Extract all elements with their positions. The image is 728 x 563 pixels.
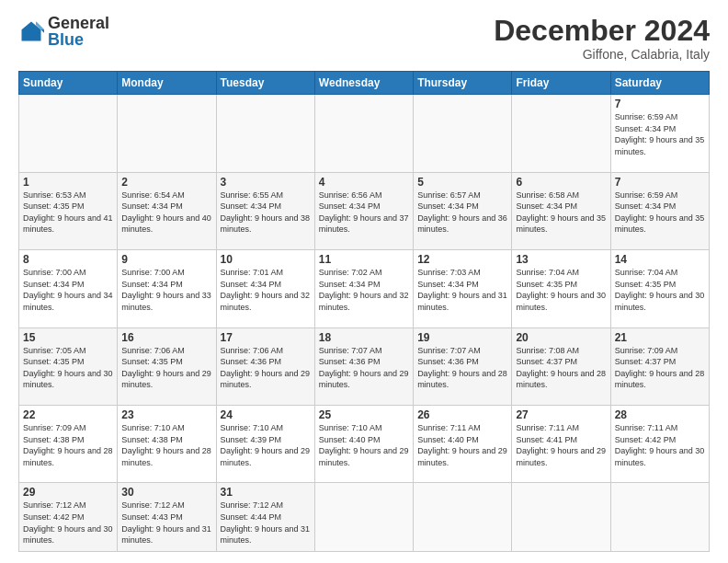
day-info: Sunrise: 6:57 AM Sunset: 4:34 PM Dayligh… xyxy=(417,190,507,236)
day-number: 20 xyxy=(516,331,606,344)
day-info: Sunrise: 7:07 AM Sunset: 4:36 PM Dayligh… xyxy=(417,345,507,391)
calendar-cell xyxy=(512,95,610,172)
day-info: Sunrise: 7:03 AM Sunset: 4:34 PM Dayligh… xyxy=(417,267,507,313)
day-number: 18 xyxy=(319,331,409,344)
header-thursday: Thursday xyxy=(414,72,512,95)
day-info: Sunrise: 7:04 AM Sunset: 4:35 PM Dayligh… xyxy=(615,267,705,313)
calendar: SundayMondayTuesdayWednesdayThursdayFrid… xyxy=(18,71,710,552)
day-number: 24 xyxy=(221,408,311,421)
day-number: 17 xyxy=(221,331,311,344)
day-number: 16 xyxy=(121,331,211,344)
calendar-cell: 6 Sunrise: 6:58 AM Sunset: 4:34 PM Dayli… xyxy=(512,172,610,249)
day-info: Sunrise: 7:06 AM Sunset: 4:35 PM Dayligh… xyxy=(121,345,211,391)
logo-text: General Blue xyxy=(48,15,109,48)
day-info: Sunrise: 7:09 AM Sunset: 4:38 PM Dayligh… xyxy=(23,422,113,468)
calendar-cell: 20 Sunrise: 7:08 AM Sunset: 4:37 PM Dayl… xyxy=(512,327,610,405)
calendar-week-1: 1 Sunrise: 6:53 AM Sunset: 4:35 PM Dayli… xyxy=(19,172,710,249)
calendar-cell: 21 Sunrise: 7:09 AM Sunset: 4:37 PM Dayl… xyxy=(610,327,709,405)
calendar-cell: 13 Sunrise: 7:04 AM Sunset: 4:35 PM Dayl… xyxy=(512,250,610,327)
day-number: 4 xyxy=(319,176,409,189)
day-info: Sunrise: 7:02 AM Sunset: 4:34 PM Dayligh… xyxy=(319,267,409,313)
day-info: Sunrise: 6:54 AM Sunset: 4:34 PM Dayligh… xyxy=(121,190,211,236)
day-number: 5 xyxy=(417,176,507,189)
day-info: Sunrise: 7:01 AM Sunset: 4:34 PM Dayligh… xyxy=(221,267,311,313)
logo-general: General xyxy=(48,14,109,32)
calendar-cell: 27 Sunrise: 7:11 AM Sunset: 4:41 PM Dayl… xyxy=(512,406,610,483)
day-info: Sunrise: 6:59 AM Sunset: 4:34 PM Dayligh… xyxy=(615,190,705,236)
day-info: Sunrise: 6:53 AM Sunset: 4:35 PM Dayligh… xyxy=(23,190,113,236)
day-info: Sunrise: 7:04 AM Sunset: 4:35 PM Dayligh… xyxy=(516,267,606,313)
calendar-cell: 11 Sunrise: 7:02 AM Sunset: 4:34 PM Dayl… xyxy=(314,250,413,327)
calendar-week-5: 29 Sunrise: 7:12 AM Sunset: 4:42 PM Dayl… xyxy=(19,483,710,552)
calendar-cell: 28 Sunrise: 7:11 AM Sunset: 4:42 PM Dayl… xyxy=(610,406,709,483)
day-info: Sunrise: 7:00 AM Sunset: 4:34 PM Dayligh… xyxy=(23,267,113,313)
day-number: 9 xyxy=(121,253,211,266)
calendar-cell: 5 Sunrise: 6:57 AM Sunset: 4:34 PM Dayli… xyxy=(414,172,512,249)
calendar-cell: 18 Sunrise: 7:07 AM Sunset: 4:36 PM Dayl… xyxy=(314,327,413,405)
calendar-cell xyxy=(512,483,610,552)
day-info: Sunrise: 7:08 AM Sunset: 4:37 PM Dayligh… xyxy=(516,345,606,391)
day-number: 10 xyxy=(221,253,311,266)
day-number: 19 xyxy=(417,331,507,344)
day-info: Sunrise: 7:12 AM Sunset: 4:44 PM Dayligh… xyxy=(221,500,311,546)
calendar-cell: 30 Sunrise: 7:12 AM Sunset: 4:43 PM Dayl… xyxy=(118,483,216,552)
calendar-cell xyxy=(118,95,216,172)
calendar-cell: 15 Sunrise: 7:05 AM Sunset: 4:35 PM Dayl… xyxy=(19,327,118,405)
calendar-cell xyxy=(610,483,709,552)
calendar-cell xyxy=(19,95,118,172)
header-saturday: Saturday xyxy=(610,72,709,95)
calendar-cell: 17 Sunrise: 7:06 AM Sunset: 4:36 PM Dayl… xyxy=(216,327,314,405)
header-sunday: Sunday xyxy=(19,72,118,95)
day-number: 11 xyxy=(319,253,409,266)
header: General Blue December 2024 Giffone, Cala… xyxy=(18,15,710,62)
day-number: 13 xyxy=(516,253,606,266)
day-number: 22 xyxy=(23,408,113,421)
calendar-week-0: 7 Sunrise: 6:59 AM Sunset: 4:34 PM Dayli… xyxy=(19,95,710,172)
calendar-cell: 22 Sunrise: 7:09 AM Sunset: 4:38 PM Dayl… xyxy=(19,406,118,483)
day-info: Sunrise: 6:55 AM Sunset: 4:34 PM Dayligh… xyxy=(221,190,311,236)
calendar-cell: 7 Sunrise: 6:59 AM Sunset: 4:34 PM Dayli… xyxy=(610,95,709,172)
calendar-cell: 8 Sunrise: 7:00 AM Sunset: 4:34 PM Dayli… xyxy=(19,250,118,327)
day-number: 28 xyxy=(615,408,705,421)
header-monday: Monday xyxy=(118,72,216,95)
day-number: 25 xyxy=(319,408,409,421)
calendar-cell: 29 Sunrise: 7:12 AM Sunset: 4:42 PM Dayl… xyxy=(19,483,118,552)
day-info: Sunrise: 7:10 AM Sunset: 4:39 PM Dayligh… xyxy=(221,422,311,468)
day-info: Sunrise: 7:00 AM Sunset: 4:34 PM Dayligh… xyxy=(121,267,211,313)
day-info: Sunrise: 6:56 AM Sunset: 4:34 PM Dayligh… xyxy=(319,190,409,236)
day-number: 27 xyxy=(516,408,606,421)
day-number: 7 xyxy=(615,98,705,110)
calendar-cell xyxy=(314,483,413,552)
header-wednesday: Wednesday xyxy=(314,72,413,95)
day-number: 8 xyxy=(23,253,113,266)
day-info: Sunrise: 7:10 AM Sunset: 4:38 PM Dayligh… xyxy=(121,422,211,468)
calendar-cell: 4 Sunrise: 6:56 AM Sunset: 4:34 PM Dayli… xyxy=(314,172,413,249)
day-number: 30 xyxy=(121,486,211,499)
calendar-cell: 25 Sunrise: 7:10 AM Sunset: 4:40 PM Dayl… xyxy=(314,406,413,483)
calendar-cell xyxy=(414,483,512,552)
calendar-cell: 10 Sunrise: 7:01 AM Sunset: 4:34 PM Dayl… xyxy=(216,250,314,327)
day-number: 21 xyxy=(615,331,705,344)
calendar-cell: 19 Sunrise: 7:07 AM Sunset: 4:36 PM Dayl… xyxy=(414,327,512,405)
day-info: Sunrise: 7:11 AM Sunset: 4:41 PM Dayligh… xyxy=(516,422,606,468)
header-friday: Friday xyxy=(512,72,610,95)
calendar-cell: 1 Sunrise: 6:53 AM Sunset: 4:35 PM Dayli… xyxy=(19,172,118,249)
day-info: Sunrise: 7:11 AM Sunset: 4:40 PM Dayligh… xyxy=(417,422,507,468)
calendar-cell xyxy=(414,95,512,172)
day-info: Sunrise: 7:11 AM Sunset: 4:42 PM Dayligh… xyxy=(615,422,705,468)
location: Giffone, Calabria, Italy xyxy=(494,47,710,62)
calendar-header-row: SundayMondayTuesdayWednesdayThursdayFrid… xyxy=(19,72,710,95)
month-title: December 2024 xyxy=(494,15,710,47)
calendar-week-2: 8 Sunrise: 7:00 AM Sunset: 4:34 PM Dayli… xyxy=(19,250,710,327)
calendar-cell: 31 Sunrise: 7:12 AM Sunset: 4:44 PM Dayl… xyxy=(216,483,314,552)
logo: General Blue xyxy=(18,15,109,48)
day-number: 31 xyxy=(221,486,311,499)
day-number: 1 xyxy=(23,176,113,189)
day-number: 15 xyxy=(23,331,113,344)
day-number: 23 xyxy=(121,408,211,421)
day-number: 6 xyxy=(516,176,606,189)
day-number: 14 xyxy=(615,253,705,266)
day-number: 7 xyxy=(615,176,705,189)
calendar-cell: 26 Sunrise: 7:11 AM Sunset: 4:40 PM Dayl… xyxy=(414,406,512,483)
calendar-cell: 3 Sunrise: 6:55 AM Sunset: 4:34 PM Dayli… xyxy=(216,172,314,249)
